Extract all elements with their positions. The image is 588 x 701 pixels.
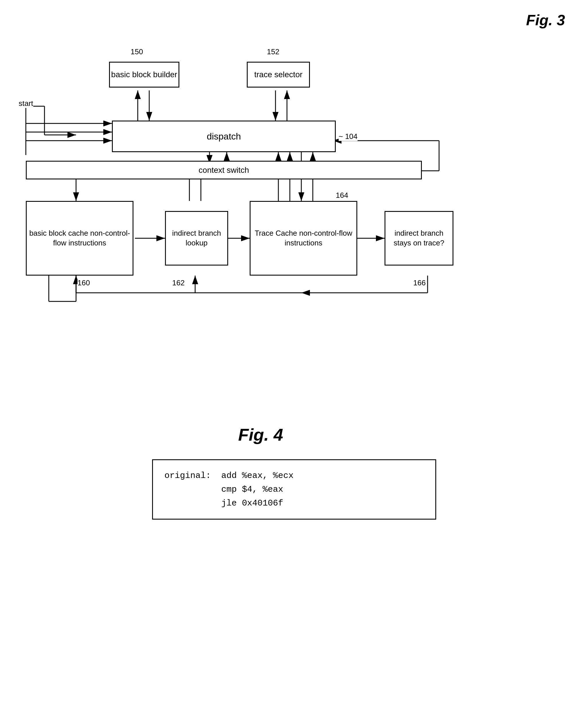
dispatch-box: dispatch [112,121,336,152]
trace-selector-box: trace selector [247,62,310,87]
indirect-branch-stays-box: indirect branch stays on trace? [384,211,454,265]
basic-block-cache-box: basic block cache non-control-flow instr… [26,201,133,276]
fig4-label: Fig. 4 [238,425,283,445]
label-166: 166 [413,278,425,287]
fig3-label: Fig. 3 [526,11,565,29]
context-switch-box: context switch [26,161,422,179]
page: Fig. 3 [0,0,588,701]
label-104: ~ 104 [339,132,357,141]
fig4-code-box: original: add %eax, %ecx cmp $4, %eax jl… [152,459,436,520]
fig4-code: original: add %eax, %ecx cmp $4, %eax jl… [165,469,424,510]
indirect-branch-lookup-box: indirect branch lookup [165,211,228,265]
label-162: 162 [172,278,185,287]
trace-cache-box: Trace Cache non-control-flow instruction… [250,201,357,276]
start-label: start [19,99,33,108]
label-150: 150 [130,47,143,56]
diagram-svg [0,0,588,701]
label-152: 152 [267,47,279,56]
label-164: 164 [336,191,348,200]
basic-block-builder-box: basic block builder [109,62,179,87]
label-160: 160 [77,278,90,287]
